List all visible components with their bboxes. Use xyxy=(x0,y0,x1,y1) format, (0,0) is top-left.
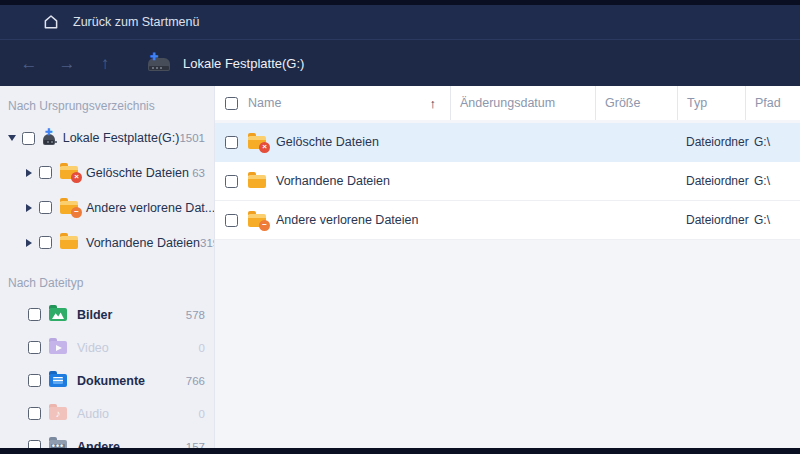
folder-lost-icon: − xyxy=(248,214,266,227)
table-row-andere-verlorene-dateien[interactable]: − Andere verlorene Dateien Dateiordner G… xyxy=(215,201,800,240)
file-name: Vorhandene Dateien xyxy=(276,174,390,188)
tree-item-geloeschte-dateien[interactable]: × Gelöschte Dateien 63 xyxy=(0,155,214,190)
filetype-label: Video xyxy=(77,341,109,355)
forward-arrow-icon[interactable]: → xyxy=(48,48,86,78)
expand-arrow-icon[interactable] xyxy=(26,169,32,177)
expand-arrow-icon[interactable] xyxy=(26,204,32,212)
column-header-path[interactable]: Pfad xyxy=(745,86,800,120)
current-location-label: Lokale Festplatte(G:) xyxy=(183,56,304,71)
window-bottom-edge xyxy=(0,448,800,454)
up-arrow-icon[interactable]: ↑ xyxy=(86,48,124,78)
cell-path: G:\ xyxy=(745,213,800,227)
table-row-vorhandene-dateien[interactable]: Vorhandene Dateien Dateiordner G:\ xyxy=(215,162,800,201)
tree-checkbox[interactable] xyxy=(22,132,35,145)
column-label: Name xyxy=(248,96,281,110)
filetype-checkbox[interactable] xyxy=(28,440,41,448)
tree-item-label: Lokale Festplatte(G:) xyxy=(63,131,180,145)
select-all-checkbox[interactable] xyxy=(225,97,238,110)
tree-item-lokale-festplatte[interactable]: ✚ Lokale Festplatte(G:) 1501 xyxy=(0,121,214,155)
cell-type: Dateiordner xyxy=(677,174,745,188)
tree-item-andere-verlorene[interactable]: − Andere verlorene Dat... 1119 xyxy=(0,190,214,225)
row-checkbox[interactable] xyxy=(225,136,238,149)
top-bar: Zurück zum Startmenü xyxy=(0,5,800,40)
item-count: 578 xyxy=(186,309,205,321)
collapse-arrow-icon[interactable] xyxy=(8,135,16,141)
filetype-item-video[interactable]: Video 0 xyxy=(0,331,214,364)
tree-checkbox[interactable] xyxy=(39,166,52,179)
folder-deleted-icon: × xyxy=(248,136,266,149)
item-count: 157 xyxy=(186,441,205,449)
tree-item-label: Gelöschte Dateien xyxy=(86,166,189,180)
folder-icon xyxy=(248,175,266,188)
section-title-origin: Nach Ursprungsverzeichnis xyxy=(0,90,214,121)
tree-item-label: Vorhandene Dateien xyxy=(86,236,200,250)
local-drive-icon: ✚ xyxy=(43,134,55,145)
expand-arrow-icon[interactable] xyxy=(26,239,32,247)
item-count: 0 xyxy=(199,408,205,420)
folder-deleted-icon: × xyxy=(60,166,78,179)
home-icon[interactable] xyxy=(42,13,60,31)
item-count: 63 xyxy=(192,167,205,179)
filetype-label: Dokumente xyxy=(77,374,145,388)
row-checkbox[interactable] xyxy=(225,214,238,227)
column-header-type[interactable]: Typ xyxy=(677,86,745,120)
cell-path: G:\ xyxy=(745,174,800,188)
documents-folder-icon xyxy=(49,374,67,387)
sidebar: Nach Ursprungsverzeichnis ✚ Lokale Festp… xyxy=(0,86,215,448)
table-row-geloeschte-dateien[interactable]: × Gelöschte Dateien Dateiordner G:\ xyxy=(215,123,800,162)
cell-path: G:\ xyxy=(745,135,800,149)
video-folder-icon xyxy=(49,341,67,354)
column-header-modified[interactable]: Änderungsdatum xyxy=(450,86,595,120)
section-title-filetype: Nach Dateityp xyxy=(0,260,214,298)
file-name: Andere verlorene Dateien xyxy=(276,213,418,227)
column-header-name[interactable]: Name ↑ xyxy=(215,86,450,120)
tree-checkbox[interactable] xyxy=(39,236,52,249)
cell-type: Dateiordner xyxy=(677,213,745,227)
tree-checkbox[interactable] xyxy=(39,201,52,214)
images-folder-icon xyxy=(49,308,67,321)
item-count: 766 xyxy=(186,375,205,387)
back-to-start-button[interactable]: Zurück zum Startmenü xyxy=(73,15,199,29)
row-checkbox[interactable] xyxy=(225,175,238,188)
table-header: Name ↑ Änderungsdatum Größe Typ Pfad xyxy=(215,86,800,120)
filetype-label: Bilder xyxy=(77,308,112,322)
empty-area xyxy=(215,240,800,448)
back-arrow-icon[interactable]: ← xyxy=(10,48,48,78)
filetype-item-dokumente[interactable]: Dokumente 766 xyxy=(0,364,214,397)
breadcrumb[interactable]: ✚ Lokale Festplatte(G:) xyxy=(148,55,304,71)
filetype-label: Audio xyxy=(77,407,109,421)
file-list-panel: Name ↑ Änderungsdatum Größe Typ Pfad × G… xyxy=(215,86,800,448)
column-header-size[interactable]: Größe xyxy=(595,86,677,120)
filetype-label: Andere xyxy=(77,440,120,449)
item-count: 0 xyxy=(199,342,205,354)
item-count: 1501 xyxy=(179,132,205,144)
folder-icon xyxy=(60,236,78,249)
tree-item-label: Andere verlorene Dat... xyxy=(86,201,215,215)
filetype-checkbox[interactable] xyxy=(28,374,41,387)
sort-ascending-icon[interactable]: ↑ xyxy=(430,96,437,111)
item-count: 319 xyxy=(200,237,215,249)
audio-folder-icon: ♪ xyxy=(49,407,67,420)
file-name: Gelöschte Dateien xyxy=(276,135,379,149)
cell-type: Dateiordner xyxy=(677,135,745,149)
filetype-checkbox[interactable] xyxy=(28,407,41,420)
folder-lost-icon: − xyxy=(60,201,78,214)
tree-item-vorhandene-dateien[interactable]: Vorhandene Dateien 319 xyxy=(0,225,214,260)
filetype-item-audio[interactable]: ♪ Audio 0 xyxy=(0,397,214,430)
navigation-toolbar: ← → ↑ ✚ Lokale Festplatte(G:) xyxy=(0,40,800,86)
filetype-item-andere[interactable]: ••• Andere 157 xyxy=(0,430,214,448)
filetype-checkbox[interactable] xyxy=(28,308,41,321)
app-window: Zurück zum Startmenü ← → ↑ ✚ Lokale Fest… xyxy=(0,0,800,454)
other-folder-icon: ••• xyxy=(49,440,67,448)
filetype-checkbox[interactable] xyxy=(28,341,41,354)
filetype-item-bilder[interactable]: Bilder 578 xyxy=(0,298,214,331)
local-drive-icon: ✚ xyxy=(148,58,170,71)
